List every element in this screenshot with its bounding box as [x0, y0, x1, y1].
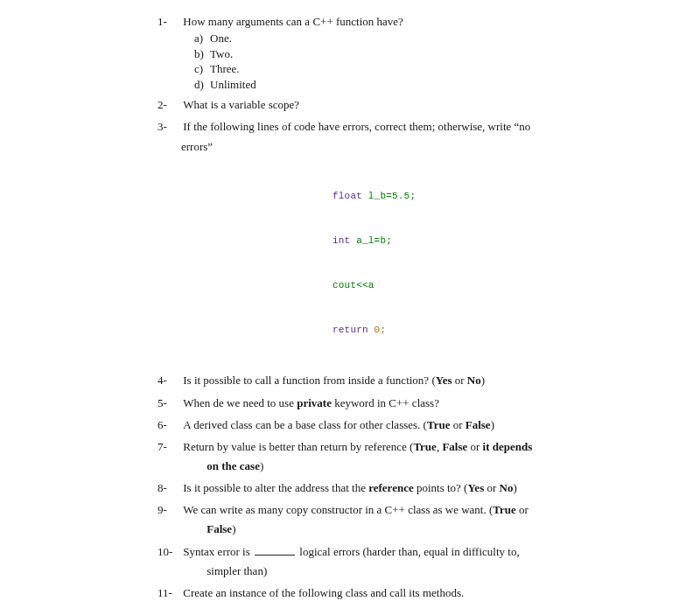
exam-page: 1- How many arguments can a C++ function… [0, 0, 700, 615]
question-6: 6- A derived class can be a base class f… [158, 416, 648, 434]
question-9: 9- We can write as many copy constructor… [158, 501, 648, 538]
q1-num: 1- [158, 13, 180, 31]
question-8: 8- Is it possible to alter the address t… [158, 479, 648, 497]
q11-code-block: template <class D, int I, int J> class A… [191, 605, 648, 615]
q1-text: How many arguments can a C++ function ha… [183, 13, 620, 31]
question-4: 4- Is it possible to call a function fro… [158, 372, 648, 389]
question-10: 10- Syntax error is logical errors (hard… [158, 543, 648, 580]
question-7: 7- Return by value is better than return… [158, 438, 648, 475]
question-2: 2- What is a variable scope? [158, 96, 648, 114]
q3-code-block: float l_b=5.5; int a_l=b; cout<<a return… [332, 159, 648, 368]
question-5: 5- When de we need to use private keywor… [158, 395, 648, 412]
blank-fill [255, 546, 295, 556]
question-3: 3- If the following lines of code have e… [158, 118, 648, 155]
question-1: 1- How many arguments can a C++ function… [158, 13, 648, 92]
question-11: 11- Create an instance of the following … [158, 584, 648, 602]
q1-options: a)One. b)Two. c)Three. d)Unlimited [194, 31, 648, 92]
